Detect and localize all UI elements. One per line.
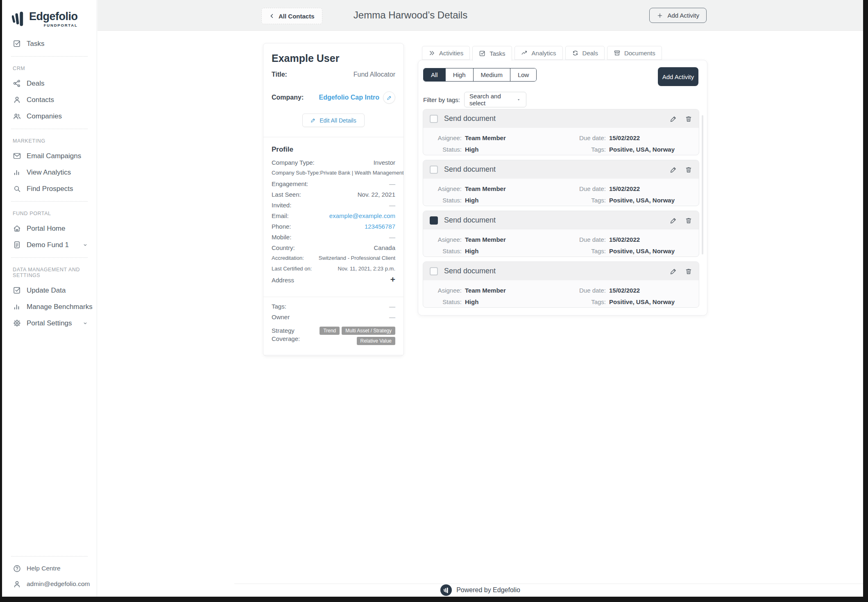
sidebar-item-email-campaigns[interactable]: Email Campaigns — [2, 148, 97, 164]
add-activity-button[interactable]: Add Activity — [649, 8, 707, 23]
profile-row: Mobile: — — [272, 234, 395, 244]
edit-task-icon[interactable] — [670, 217, 677, 224]
task-card-header: Send document — [423, 109, 699, 128]
home-icon — [13, 224, 21, 233]
priority-filter-all[interactable]: All — [424, 68, 445, 81]
delete-task-icon[interactable] — [685, 166, 692, 173]
strategy-coverage-label: Strategy Coverage: — [272, 327, 300, 345]
profile-row: Company Sub-Type: Private Bank | Wealth … — [272, 170, 395, 180]
task-tags-row: Tags: Positive, USA, Norway — [568, 144, 692, 155]
edit-task-icon[interactable] — [670, 115, 677, 123]
divider — [11, 257, 88, 258]
task-actions — [670, 115, 692, 123]
profile-row-label: Last Seen: — [272, 191, 301, 198]
due-date-value: 15/02/2022 — [609, 234, 640, 245]
tags-value: Positive, USA, Norway — [609, 195, 675, 206]
priority-filter-high[interactable]: High — [445, 68, 473, 81]
profile-row-value: Switzerland - Professional Client — [319, 255, 395, 261]
sidebar-item-deals[interactable]: Deals — [2, 75, 97, 92]
tab-label: Deals — [582, 50, 598, 57]
sidebar-item-update-data[interactable]: Update Data — [2, 282, 97, 299]
task-tags-row: Tags: Positive, USA, Norway — [568, 195, 692, 206]
tab-deals[interactable]: Deals — [565, 46, 605, 60]
sidebar-item-label: Deals — [27, 80, 44, 88]
add-activity-panel-button[interactable]: Add Activity — [658, 67, 698, 86]
edit-task-icon[interactable] — [670, 166, 677, 173]
scrollbar-thumb[interactable] — [702, 115, 703, 254]
task-card-header: Send document — [423, 211, 699, 229]
sidebar-item-view-analytics[interactable]: View Analytics — [2, 164, 97, 181]
tags-select[interactable]: Search and select — [464, 92, 526, 107]
trend-line-icon — [521, 50, 528, 57]
delete-task-icon[interactable] — [685, 268, 692, 275]
divider — [11, 56, 88, 57]
sidebar-item-portal-settings[interactable]: Portal Settings — [2, 315, 97, 332]
company-label: Company: — [272, 94, 304, 101]
delete-task-icon[interactable] — [685, 217, 692, 224]
sidebar-item-companies[interactable]: Companies — [2, 108, 97, 125]
due-date-label: Due date: — [568, 234, 606, 245]
tags-label: Tags: — [568, 144, 606, 155]
profile-row-value: Private Bank | Wealth Management — [320, 170, 404, 176]
sidebar-item-label: Find Prospects — [27, 185, 73, 193]
edit-task-icon[interactable] — [670, 268, 677, 275]
priority-filter-group: All High Medium Low — [423, 68, 537, 82]
task-col-left: Asignee: Team Member Status: High — [428, 285, 568, 308]
task-title: Send document — [444, 165, 496, 174]
sidebar-item-account[interactable]: admin@edgefolio.com — [2, 576, 97, 592]
sidebar-item-help-centre[interactable]: Help Centre — [2, 561, 97, 576]
task-checkbox[interactable] — [430, 166, 438, 174]
task-checkbox[interactable] — [430, 115, 438, 123]
edgefolio-logo[interactable]: Edgefolio FUNDPORTAL — [12, 11, 97, 27]
edit-company-button[interactable] — [383, 91, 395, 104]
archive-box-icon — [614, 50, 621, 57]
due-date-label: Due date: — [568, 183, 606, 195]
status-value: High — [465, 195, 478, 206]
chevron-down-icon — [82, 242, 88, 248]
strategy-tag-pill: Trend — [320, 327, 340, 335]
profile-row-value[interactable]: example@example.com — [329, 212, 395, 219]
divider — [11, 201, 88, 202]
task-due-row: Due date: 15/02/2022 — [568, 183, 692, 195]
priority-filter-medium[interactable]: Medium — [473, 68, 510, 81]
detail-tabs: Activities Tasks Analytics Deals — [422, 46, 662, 61]
sidebar-item-label: Email Campaigns — [27, 152, 81, 160]
edgefolio-mark-icon — [12, 11, 25, 27]
all-contacts-back-button[interactable]: All Contacts — [261, 8, 322, 24]
sidebar-item-find-prospects[interactable]: Find Prospects — [2, 181, 97, 197]
task-status-row: Status: High — [428, 245, 568, 257]
profile-row-value: Canada — [374, 244, 395, 251]
sidebar-item-manage-benchmarks[interactable]: Manage Benchmarks — [2, 299, 97, 315]
sidebar-item-label: Update Data — [27, 286, 66, 295]
edit-all-details-label: Edit All Details — [320, 117, 356, 124]
status-label: Status: — [428, 195, 462, 206]
tab-tasks[interactable]: Tasks — [472, 46, 512, 61]
topbar: All Contacts Jemma Harwood’s Details Add… — [97, 0, 863, 31]
profile-row-value: Nov. 22, 2021 — [358, 191, 395, 198]
priority-filter-low[interactable]: Low — [510, 68, 537, 81]
tab-label: Documents — [624, 50, 655, 57]
tab-analytics[interactable]: Analytics — [514, 46, 563, 60]
delete-task-icon[interactable] — [685, 115, 692, 123]
task-checkbox[interactable] — [430, 267, 438, 275]
sidebar-item-demo-fund-1[interactable]: Demo Fund 1 — [2, 237, 97, 253]
sidebar-item-label: Manage Benchmarks — [27, 303, 93, 311]
plus-icon — [657, 12, 663, 19]
tags-select-value: Search and select — [469, 93, 516, 107]
add-activity-label: Add Activity — [667, 12, 699, 19]
company-link[interactable]: Edgefolio Cap Intro — [319, 94, 379, 101]
divider — [263, 297, 403, 297]
tab-documents[interactable]: Documents — [607, 46, 662, 60]
profile-row-value[interactable]: + — [390, 276, 395, 283]
tab-activities[interactable]: Activities — [422, 46, 470, 60]
sidebar-item-portal-home[interactable]: Portal Home — [2, 220, 97, 237]
edgefolio-mark-icon — [444, 587, 449, 593]
sidebar-item-tasks[interactable]: Tasks — [2, 36, 97, 52]
task-tags-row: Tags: Positive, USA, Norway — [568, 296, 692, 308]
edit-all-details-button[interactable]: Edit All Details — [302, 114, 364, 127]
task-checkbox[interactable] — [430, 216, 438, 225]
task-status-row: Status: High — [428, 296, 568, 308]
profile-row: Address + — [272, 276, 395, 287]
profile-row-value[interactable]: 123456787 — [365, 223, 395, 230]
sidebar-item-contacts[interactable]: Contacts — [2, 92, 97, 108]
